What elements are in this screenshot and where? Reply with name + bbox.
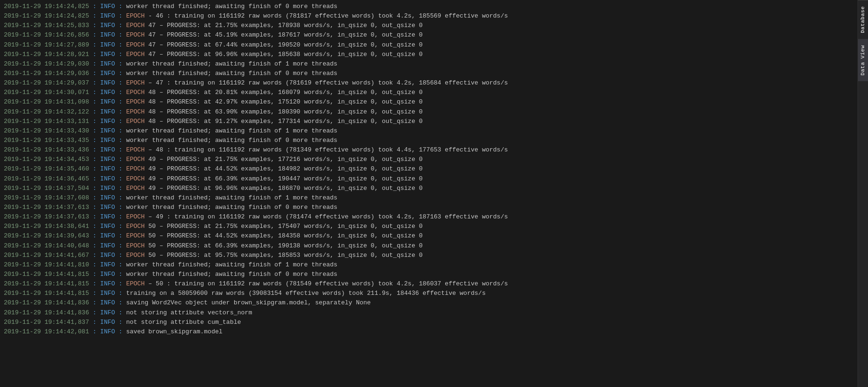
- log-line: 2019-11-29 19:14:34,453 : INFO : EPOCH 4…: [4, 155, 854, 164]
- log-timestamp: 2019-11-29 19:14:27,889: [4, 41, 89, 48]
- log-timestamp: 2019-11-29 19:14:33,131: [4, 118, 89, 125]
- log-timestamp: 2019-11-29 19:14:29,030: [4, 60, 89, 67]
- log-message: saving Word2Vec object under brown_skipg…: [126, 299, 371, 306]
- log-timestamp: 2019-11-29 19:14:31,098: [4, 98, 89, 105]
- log-line: 2019-11-29 19:14:40,648 : INFO : EPOCH 5…: [4, 241, 854, 251]
- log-message: EPOCH – 49 : training on 1161192 raw wor…: [126, 213, 508, 220]
- epoch-keyword: EPOCH: [126, 185, 144, 192]
- log-level: : INFO :: [89, 271, 126, 278]
- log-message: not storing attribute vectors_norm: [126, 309, 252, 316]
- log-container[interactable]: 2019-11-29 19:14:24,825 : INFO : worker …: [0, 0, 858, 387]
- log-level: : INFO :: [89, 51, 126, 58]
- log-level: : INFO :: [89, 89, 126, 96]
- log-message: EPOCH 48 – PROGRESS: at 91.27% examples,…: [126, 118, 422, 125]
- log-message: EPOCH 47 – PROGRESS: at 67.44% examples,…: [126, 41, 422, 48]
- log-line: 2019-11-29 19:14:25,833 : INFO : EPOCH 4…: [4, 21, 854, 30]
- log-level: : INFO :: [89, 118, 126, 125]
- log-line: 2019-11-29 19:14:42,081 : INFO : saved b…: [4, 327, 854, 337]
- log-timestamp: 2019-11-29 19:14:41,815: [4, 271, 89, 278]
- log-message: EPOCH 49 – PROGRESS: at 66.39% examples,…: [126, 175, 422, 182]
- log-timestamp: 2019-11-29 19:14:40,648: [4, 242, 89, 249]
- log-level: : INFO :: [89, 242, 126, 249]
- log-level: : INFO :: [89, 146, 126, 153]
- log-timestamp: 2019-11-29 19:14:38,641: [4, 223, 89, 230]
- log-line: 2019-11-29 19:14:31,098 : INFO : EPOCH 4…: [4, 97, 854, 107]
- log-timestamp: 2019-11-29 19:14:37,613: [4, 213, 89, 220]
- log-line: 2019-11-29 19:14:39,643 : INFO : EPOCH 5…: [4, 231, 854, 241]
- epoch-keyword: EPOCH: [126, 223, 144, 230]
- log-level: : INFO :: [89, 70, 126, 77]
- log-message: worker thread finished; awaiting finish …: [126, 3, 337, 10]
- epoch-keyword: EPOCH: [126, 213, 144, 220]
- log-line: 2019-11-29 19:14:35,460 : INFO : EPOCH 4…: [4, 164, 854, 174]
- log-timestamp: 2019-11-29 19:14:41,836: [4, 309, 89, 316]
- sidebar-tab-dataview[interactable]: Data View: [858, 39, 868, 81]
- log-message: EPOCH - 46 : training on 1161192 raw wor…: [126, 12, 508, 19]
- epoch-keyword: EPOCH: [126, 98, 144, 105]
- log-level: : INFO :: [89, 3, 126, 10]
- log-message: EPOCH 49 – PROGRESS: at 21.75% examples,…: [126, 156, 422, 163]
- log-message: training on a 58059600 raw words (390831…: [126, 290, 486, 297]
- log-line: 2019-11-29 19:14:29,036 : INFO : worker …: [4, 69, 854, 78]
- log-message: worker thread finished; awaiting finish …: [126, 137, 337, 144]
- log-level: : INFO :: [89, 31, 126, 38]
- log-level: : INFO :: [89, 328, 126, 335]
- log-level: : INFO :: [89, 41, 126, 48]
- epoch-keyword: EPOCH: [126, 156, 144, 163]
- log-line: 2019-11-29 19:14:41,815 : INFO : worker …: [4, 270, 854, 279]
- log-timestamp: 2019-11-29 19:14:25,833: [4, 22, 89, 29]
- log-line: 2019-11-29 19:14:24,825 : INFO : EPOCH -…: [4, 11, 854, 21]
- log-line: 2019-11-29 19:14:37,608 : INFO : worker …: [4, 193, 854, 203]
- log-message: EPOCH 49 – PROGRESS: at 96.96% examples,…: [126, 185, 422, 192]
- epoch-keyword: EPOCH: [126, 252, 144, 259]
- log-message: EPOCH – 48 : training on 1161192 raw wor…: [126, 146, 508, 153]
- log-line: 2019-11-29 19:14:28,921 : INFO : EPOCH 4…: [4, 50, 854, 59]
- log-level: : INFO :: [89, 319, 126, 326]
- log-timestamp: 2019-11-29 19:14:41,667: [4, 252, 89, 259]
- log-level: : INFO :: [89, 165, 126, 172]
- epoch-keyword: EPOCH: [126, 41, 144, 48]
- log-level: : INFO :: [89, 127, 126, 134]
- log-timestamp: 2019-11-29 19:14:41,836: [4, 299, 89, 306]
- log-line: 2019-11-29 19:14:33,436 : INFO : EPOCH –…: [4, 145, 854, 155]
- log-line: 2019-11-29 19:14:26,856 : INFO : EPOCH 4…: [4, 30, 854, 40]
- log-line: 2019-11-29 19:14:37,613 : INFO : worker …: [4, 203, 854, 212]
- log-message: worker thread finished; awaiting finish …: [126, 60, 337, 67]
- log-message: EPOCH 50 – PROGRESS: at 21.75% examples,…: [126, 223, 422, 230]
- log-message: worker thread finished; awaiting finish …: [126, 127, 337, 134]
- log-timestamp: 2019-11-29 19:14:41,815: [4, 280, 89, 287]
- log-message: EPOCH 47 – PROGRESS: at 45.19% examples,…: [126, 31, 422, 38]
- log-timestamp: 2019-11-29 19:14:36,465: [4, 175, 89, 182]
- log-timestamp: 2019-11-29 19:14:35,460: [4, 165, 89, 172]
- log-level: : INFO :: [89, 108, 126, 115]
- log-message: EPOCH 47 – PROGRESS: at 96.96% examples,…: [126, 51, 422, 58]
- log-timestamp: 2019-11-29 19:14:26,856: [4, 31, 89, 38]
- log-line: 2019-11-29 19:14:27,889 : INFO : EPOCH 4…: [4, 40, 854, 50]
- log-message: EPOCH 48 – PROGRESS: at 20.81% examples,…: [126, 89, 422, 96]
- log-level: : INFO :: [89, 204, 126, 211]
- log-message: EPOCH 50 – PROGRESS: at 95.75% examples,…: [126, 252, 422, 259]
- log-line: 2019-11-29 19:14:41,667 : INFO : EPOCH 5…: [4, 251, 854, 260]
- sidebar: Database Data View: [858, 0, 868, 387]
- log-line: 2019-11-29 19:14:32,122 : INFO : EPOCH 4…: [4, 107, 854, 117]
- log-message: EPOCH – 47 : training on 1161192 raw wor…: [126, 79, 508, 86]
- log-level: : INFO :: [89, 60, 126, 67]
- log-level: : INFO :: [89, 22, 126, 29]
- log-timestamp: 2019-11-29 19:14:37,608: [4, 194, 89, 201]
- log-message: worker thread finished; awaiting finish …: [126, 261, 337, 268]
- log-message: EPOCH 48 – PROGRESS: at 63.90% examples,…: [126, 108, 422, 115]
- epoch-keyword: EPOCH: [126, 280, 144, 287]
- epoch-keyword: EPOCH: [126, 89, 144, 96]
- log-level: : INFO :: [89, 232, 126, 239]
- log-timestamp: 2019-11-29 19:14:28,921: [4, 51, 89, 58]
- log-level: : INFO :: [89, 252, 126, 259]
- log-timestamp: 2019-11-29 19:14:37,504: [4, 185, 89, 192]
- epoch-keyword: EPOCH: [126, 232, 144, 239]
- log-level: : INFO :: [89, 175, 126, 182]
- log-timestamp: 2019-11-29 19:14:33,430: [4, 127, 89, 134]
- log-line: 2019-11-29 19:14:41,815 : INFO : trainin…: [4, 289, 854, 298]
- log-line: 2019-11-29 19:14:33,435 : INFO : worker …: [4, 136, 854, 145]
- log-timestamp: 2019-11-29 19:14:24,825: [4, 3, 89, 10]
- sidebar-tab-database[interactable]: Database: [858, 0, 868, 39]
- log-line: 2019-11-29 19:14:41,810 : INFO : worker …: [4, 260, 854, 270]
